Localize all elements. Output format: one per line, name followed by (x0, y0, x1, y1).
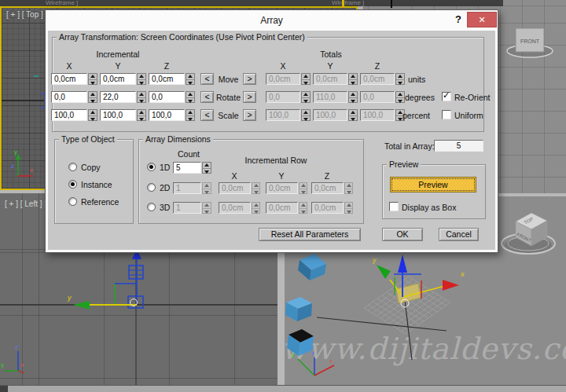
move-inc-x-field[interactable]: 0,0cm (51, 73, 87, 85)
move-inc-y-field[interactable]: 0,0cm (100, 73, 136, 85)
reorient-label[interactable]: Re-Orient (454, 93, 491, 102)
scale-inc-x-field[interactable]: 100,0 (51, 109, 87, 121)
col-y-tot: Y (318, 61, 342, 71)
move-tot-z-spinner[interactable] (395, 73, 405, 85)
total-in-array-label: Total in Array: (384, 141, 435, 151)
uniform-checkbox[interactable] (442, 110, 451, 119)
scale-tot-y-spinner[interactable] (348, 109, 358, 121)
scale-inc-x-spinner[interactable] (88, 109, 97, 121)
rotate-tot-z-field[interactable]: 0,0 (360, 91, 395, 103)
3d-x-spinner[interactable] (252, 202, 260, 214)
3d-label[interactable]: 3D (160, 203, 170, 212)
1d-radio[interactable] (147, 163, 156, 171)
display-as-box-label[interactable]: Display as Box (402, 203, 456, 212)
2d-count-spinner[interactable] (202, 182, 211, 194)
rotate-inc-z-spinner[interactable] (186, 91, 195, 103)
close-icon: ✕ (478, 15, 485, 24)
ok-button[interactable]: OK (382, 228, 423, 241)
2d-y-field[interactable]: 0,0cm (266, 182, 298, 194)
1d-count-spinner[interactable] (202, 162, 211, 174)
move-tot-y-spinner[interactable] (348, 73, 358, 85)
3d-y-field[interactable]: 0,0cm (266, 202, 298, 214)
scale-tot-z-field[interactable]: 100,0 (360, 109, 395, 121)
scale-inc-z-field[interactable]: 100,0 (149, 109, 185, 121)
uniform-label[interactable]: Uniform (454, 111, 483, 120)
3d-count-spinner[interactable] (202, 202, 211, 214)
rotate-inc-x-spinner[interactable] (88, 91, 97, 103)
3d-z-spinner[interactable] (344, 202, 353, 214)
move-tot-x-field[interactable]: 0,0cm (266, 73, 300, 85)
rotate-left-button[interactable]: < (200, 91, 214, 103)
col-x-tot: X (271, 61, 295, 71)
dim-col-z: Z (315, 171, 339, 181)
scale-right-button[interactable]: > (243, 109, 256, 121)
2d-label[interactable]: 2D (160, 183, 170, 192)
move-inc-z-field[interactable]: 0,0cm (149, 73, 185, 85)
rotate-tot-x-field[interactable]: 0,0 (266, 91, 300, 103)
3d-x-field[interactable]: 0,0cm (219, 202, 251, 214)
move-inc-y-spinner[interactable] (137, 73, 146, 85)
reset-all-parameters-button[interactable]: Reset All Parameters (259, 228, 361, 241)
move-right-button[interactable]: > (243, 73, 256, 85)
rotate-inc-y-spinner[interactable] (137, 91, 146, 103)
scale-tot-x-spinner[interactable] (301, 109, 311, 121)
2d-z-spinner[interactable] (344, 182, 353, 194)
move-inc-z-spinner[interactable] (186, 73, 195, 85)
transform-group-title: Array Transformation: Screen Coordinates… (57, 32, 307, 42)
scale-tot-y-field[interactable]: 100,0 (313, 109, 347, 121)
viewport-border-tick (342, 0, 344, 6)
move-tot-x-spinner[interactable] (301, 73, 311, 85)
rotate-inc-z-field[interactable]: 0,0 (149, 91, 185, 103)
scale-inc-y-spinner[interactable] (137, 109, 146, 121)
rotate-tot-x-spinner[interactable] (301, 91, 311, 103)
scale-inc-y-field[interactable]: 100,0 (100, 109, 136, 121)
2d-x-spinner[interactable] (252, 182, 260, 194)
3d-z-field[interactable]: 0,0cm (311, 202, 344, 214)
scale-tot-x-field[interactable]: 100,0 (266, 109, 300, 121)
rotate-tot-y-spinner[interactable] (348, 91, 358, 103)
help-button[interactable]: ? (453, 13, 464, 25)
rotate-inc-y-field[interactable]: 22,0 (100, 91, 136, 103)
3d-count-field[interactable]: 1 (173, 202, 201, 214)
2d-x-field[interactable]: 0,0cm (219, 182, 251, 194)
rotate-tot-y-field[interactable]: 110,0 (313, 91, 347, 103)
divider-tick (391, 0, 392, 8)
max-window: [ + ] [ Top ] [ Wireframe ] [ + ] [ Left… (0, 0, 566, 392)
preview-button[interactable]: Preview (390, 177, 476, 192)
reference-radio[interactable] (68, 197, 77, 206)
2d-count-field[interactable]: 1 (173, 182, 201, 194)
watermark: www.dijitaldevs.com (285, 332, 566, 366)
scale-left-button[interactable]: < (200, 109, 214, 121)
array-dialog: Array ? ✕ Array Transformation: Screen C… (45, 9, 498, 253)
3d-y-spinner[interactable] (299, 202, 307, 214)
viewport-left-label[interactable]: [ + ] [ Left ] [ (5, 200, 46, 208)
move-tot-y-field[interactable]: 0,0cm (313, 73, 347, 85)
dim-col-y: Y (270, 171, 293, 181)
degrees-label: degrees (405, 93, 435, 102)
move-left-button[interactable]: < (200, 73, 214, 85)
reference-label[interactable]: Reference (81, 197, 119, 207)
rotate-tot-z-spinner[interactable] (395, 91, 405, 103)
move-inc-x-spinner[interactable] (88, 73, 97, 85)
instance-radio[interactable] (68, 180, 77, 189)
2d-z-field[interactable]: 0,0cm (311, 182, 344, 194)
type-of-object-title: Type of Object (59, 134, 117, 144)
close-button[interactable]: ✕ (467, 12, 497, 27)
move-tot-z-field[interactable]: 0,0cm (360, 73, 395, 85)
display-as-box-checkbox[interactable] (389, 202, 399, 211)
cancel-button[interactable]: Cancel (439, 228, 479, 241)
reorient-checkbox[interactable] (442, 92, 451, 101)
2d-radio[interactable] (147, 183, 156, 192)
preview-group-title: Preview (387, 159, 421, 169)
copy-label[interactable]: Copy (81, 163, 101, 172)
2d-y-spinner[interactable] (299, 182, 307, 194)
rotate-right-button[interactable]: > (243, 91, 256, 103)
1d-count-field[interactable]: 5 (173, 162, 201, 174)
1d-label[interactable]: 1D (160, 163, 170, 172)
rotate-inc-x-field[interactable]: 0,0 (51, 91, 87, 103)
3d-radio[interactable] (147, 203, 156, 211)
percent-label: percent (402, 111, 430, 120)
instance-label[interactable]: Instance (81, 180, 112, 189)
scale-inc-z-spinner[interactable] (186, 109, 195, 121)
copy-radio[interactable] (68, 163, 77, 171)
